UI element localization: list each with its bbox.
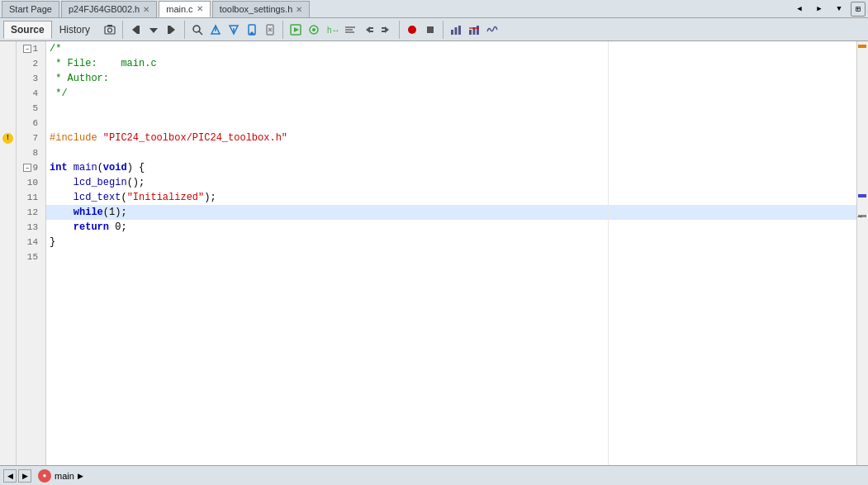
code-content[interactable]: /* * File: main.c * Author: */ #include …	[46, 41, 856, 465]
toolbar-btn-indent-less[interactable]	[360, 21, 377, 38]
svg-point-33	[408, 26, 416, 34]
gutter-warning-col: !	[0, 41, 17, 465]
tab-toolbox-settings-label: toolbox_settings.h	[220, 4, 293, 14]
line-num-5: 5	[21, 101, 40, 116]
svg-text:h↔c: h↔c	[327, 26, 339, 35]
toolbar-group-1	[101, 21, 123, 39]
tab-toolbox-settings-close[interactable]: ✕	[296, 5, 302, 14]
line-num-9: − 9	[21, 160, 40, 175]
toolbar-btn-down[interactable]	[145, 21, 162, 38]
gutter-line-4	[0, 86, 16, 101]
svg-line-9	[199, 31, 202, 35]
svg-rect-29	[370, 31, 373, 32]
tab-p24fj64gb002-close[interactable]: ✕	[143, 5, 149, 14]
gutter-line-2	[0, 56, 16, 71]
scroll-right-btn[interactable]: ▶	[811, 1, 828, 17]
toolbar-btn-wave[interactable]	[484, 21, 500, 38]
gutter-warning-7[interactable]: !	[0, 131, 16, 145]
source-tab-label: Source	[11, 24, 45, 36]
tab-bar: Start Page p24FJ64GB002.h ✕ main.c ✕ too…	[0, 0, 868, 18]
code-line-14: }	[46, 235, 856, 250]
toolbar-group-4: h↔c	[287, 21, 400, 39]
scroll-mark-orange	[858, 45, 866, 48]
toolbar-btn-chart[interactable]	[448, 21, 464, 38]
history-tab[interactable]: History	[52, 21, 97, 39]
tab-main-c-close[interactable]: ✕	[197, 4, 203, 13]
right-scrollbar[interactable]: →	[856, 41, 868, 465]
toolbar-btn-next-bookmark[interactable]	[225, 21, 242, 38]
line-num-2: 2	[21, 56, 40, 71]
svg-rect-32	[382, 31, 385, 32]
code-line-1: /*	[46, 41, 856, 56]
status-function-area: ● main ▶	[38, 469, 83, 483]
svg-rect-2	[107, 25, 112, 26]
gutter-line-5	[0, 101, 16, 116]
fold-marker-9[interactable]: −	[23, 164, 31, 172]
svg-point-8	[193, 26, 200, 32]
status-function-label: main	[55, 471, 74, 481]
line-num-12: 12	[21, 205, 40, 220]
fold-marker-1[interactable]: −	[23, 45, 31, 53]
svg-marker-5	[149, 28, 158, 33]
toolbar-btn-clear-bookmark[interactable]	[262, 21, 278, 38]
current-line-arrow: →	[857, 214, 861, 221]
toolbar-btn-indent-more[interactable]	[378, 21, 395, 38]
code-line-10: lcd_begin();	[46, 175, 856, 190]
status-prev-btn[interactable]: ◀	[3, 469, 17, 483]
code-line-2: * File: main.c	[46, 56, 856, 71]
toolbar-btn-forward[interactable]	[164, 21, 180, 38]
tab-start-page[interactable]: Start Page	[2, 1, 59, 17]
toolbar-btn-toggle-header[interactable]: h↔c	[324, 21, 340, 38]
source-tab[interactable]: Source	[3, 21, 52, 39]
toolbar-btn-chart2[interactable]	[466, 21, 482, 38]
toolbar-group-3	[188, 21, 283, 39]
tab-main-c-label: main.c	[166, 4, 192, 14]
line-num-10: 10	[21, 175, 40, 190]
status-next-btn[interactable]: ▶	[18, 469, 31, 483]
line-num-8: 8	[21, 145, 40, 160]
svg-rect-0	[105, 26, 115, 34]
toolbar-btn-back[interactable]	[127, 21, 144, 38]
status-bar: ◀ ▶ ● main ▶	[0, 465, 868, 485]
code-line-4: */	[46, 86, 856, 101]
maximize-editor-btn[interactable]: ⊞	[851, 2, 866, 17]
tab-main-c[interactable]: main.c ✕	[159, 1, 210, 17]
code-line-5	[46, 101, 856, 116]
gutter-line-1	[0, 41, 16, 56]
line-num-13: 13	[21, 220, 40, 235]
tab-toolbox-settings[interactable]: toolbox_settings.h ✕	[212, 1, 311, 17]
tab-list-btn[interactable]: ▼	[831, 1, 847, 17]
svg-rect-24	[345, 26, 355, 28]
svg-marker-3	[132, 26, 137, 34]
toolbar-btn-format[interactable]	[342, 21, 358, 38]
svg-rect-26	[345, 31, 354, 33]
svg-rect-36	[455, 27, 458, 35]
svg-marker-27	[366, 26, 370, 33]
prev-arrow-icon: ◀	[7, 472, 13, 480]
svg-point-1	[108, 28, 112, 32]
svg-rect-4	[137, 26, 140, 34]
code-line-8	[46, 145, 856, 160]
toolbar-btn-camera[interactable]	[102, 21, 118, 38]
toolbar-btn-bookmark[interactable]	[244, 21, 260, 38]
line-num-6: 6	[21, 116, 40, 131]
toolbar-btn-record[interactable]	[404, 21, 420, 38]
warning-icon: !	[2, 133, 13, 144]
line-num-7: 7	[21, 131, 40, 145]
svg-rect-7	[168, 26, 170, 34]
editor-area: ! − 1 2 3 4 5 6 7 8 − 9 10 11 12 13 14	[0, 41, 868, 465]
toolbar-group-6	[447, 21, 505, 39]
line-num-14: 14	[21, 235, 40, 250]
line-numbers: − 1 2 3 4 5 6 7 8 − 9 10 11 12 13 14 15	[17, 41, 46, 465]
tab-p24fj64gb002[interactable]: p24FJ64GB002.h ✕	[61, 1, 157, 17]
toolbar-btn-prev-bookmark[interactable]	[207, 21, 224, 38]
scroll-left-btn[interactable]: ◀	[791, 1, 808, 17]
toolbar-btn-search[interactable]	[189, 21, 206, 38]
toolbar-btn-stop[interactable]	[422, 21, 439, 38]
toolbar-btn-goto-def[interactable]	[287, 21, 304, 38]
code-line-6	[46, 116, 856, 131]
svg-rect-38	[469, 30, 472, 35]
toolbar-btn-find-refs[interactable]	[306, 21, 322, 38]
toolbar: Source History	[0, 18, 868, 41]
code-line-3: * Author:	[46, 71, 856, 86]
